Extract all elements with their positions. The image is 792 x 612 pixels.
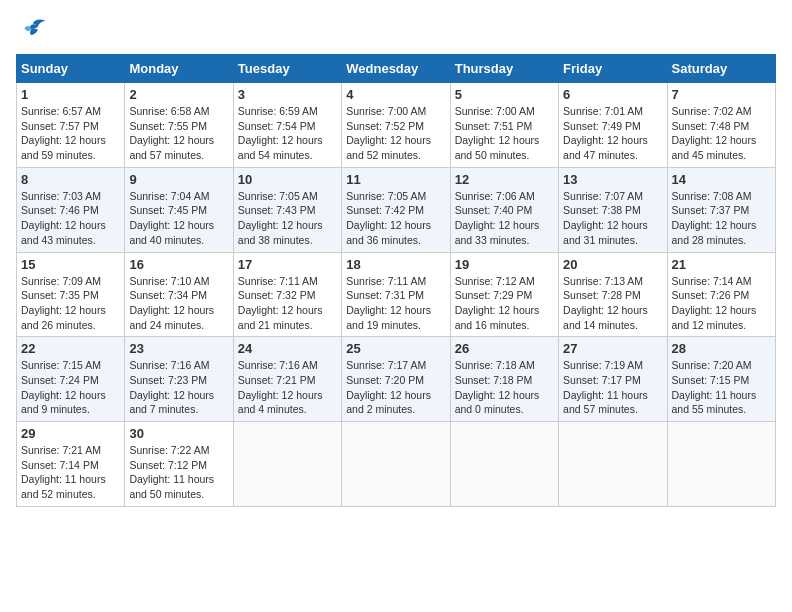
calendar-week-1: 1 Sunrise: 6:57 AMSunset: 7:57 PMDayligh… bbox=[17, 83, 776, 168]
day-number: 4 bbox=[346, 87, 445, 102]
day-info: Sunrise: 7:04 AMSunset: 7:45 PMDaylight:… bbox=[129, 189, 228, 248]
day-info: Sunrise: 7:14 AMSunset: 7:26 PMDaylight:… bbox=[672, 274, 771, 333]
weekday-header-thursday: Thursday bbox=[450, 55, 558, 83]
day-info: Sunrise: 7:11 AMSunset: 7:32 PMDaylight:… bbox=[238, 274, 337, 333]
weekday-header-wednesday: Wednesday bbox=[342, 55, 450, 83]
weekday-header-sunday: Sunday bbox=[17, 55, 125, 83]
day-number: 16 bbox=[129, 257, 228, 272]
day-number: 12 bbox=[455, 172, 554, 187]
day-number: 27 bbox=[563, 341, 662, 356]
calendar-cell: 18 Sunrise: 7:11 AMSunset: 7:31 PMDaylig… bbox=[342, 252, 450, 337]
day-number: 18 bbox=[346, 257, 445, 272]
calendar-cell: 14 Sunrise: 7:08 AMSunset: 7:37 PMDaylig… bbox=[667, 167, 775, 252]
day-number: 14 bbox=[672, 172, 771, 187]
day-info: Sunrise: 7:12 AMSunset: 7:29 PMDaylight:… bbox=[455, 274, 554, 333]
day-info: Sunrise: 7:20 AMSunset: 7:15 PMDaylight:… bbox=[672, 358, 771, 417]
calendar-week-3: 15 Sunrise: 7:09 AMSunset: 7:35 PMDaylig… bbox=[17, 252, 776, 337]
calendar-cell: 29 Sunrise: 7:21 AMSunset: 7:14 PMDaylig… bbox=[17, 422, 125, 507]
calendar-cell: 9 Sunrise: 7:04 AMSunset: 7:45 PMDayligh… bbox=[125, 167, 233, 252]
weekday-header-monday: Monday bbox=[125, 55, 233, 83]
calendar-cell: 6 Sunrise: 7:01 AMSunset: 7:49 PMDayligh… bbox=[559, 83, 667, 168]
calendar-cell bbox=[450, 422, 558, 507]
day-number: 7 bbox=[672, 87, 771, 102]
calendar-cell: 24 Sunrise: 7:16 AMSunset: 7:21 PMDaylig… bbox=[233, 337, 341, 422]
calendar-cell: 1 Sunrise: 6:57 AMSunset: 7:57 PMDayligh… bbox=[17, 83, 125, 168]
calendar-cell: 19 Sunrise: 7:12 AMSunset: 7:29 PMDaylig… bbox=[450, 252, 558, 337]
day-info: Sunrise: 7:13 AMSunset: 7:28 PMDaylight:… bbox=[563, 274, 662, 333]
day-number: 10 bbox=[238, 172, 337, 187]
day-info: Sunrise: 7:21 AMSunset: 7:14 PMDaylight:… bbox=[21, 443, 120, 502]
day-number: 3 bbox=[238, 87, 337, 102]
calendar-cell: 26 Sunrise: 7:18 AMSunset: 7:18 PMDaylig… bbox=[450, 337, 558, 422]
calendar-cell: 30 Sunrise: 7:22 AMSunset: 7:12 PMDaylig… bbox=[125, 422, 233, 507]
calendar-cell: 25 Sunrise: 7:17 AMSunset: 7:20 PMDaylig… bbox=[342, 337, 450, 422]
calendar-cell: 13 Sunrise: 7:07 AMSunset: 7:38 PMDaylig… bbox=[559, 167, 667, 252]
day-info: Sunrise: 7:05 AMSunset: 7:43 PMDaylight:… bbox=[238, 189, 337, 248]
day-info: Sunrise: 7:11 AMSunset: 7:31 PMDaylight:… bbox=[346, 274, 445, 333]
day-info: Sunrise: 7:18 AMSunset: 7:18 PMDaylight:… bbox=[455, 358, 554, 417]
calendar-cell: 17 Sunrise: 7:11 AMSunset: 7:32 PMDaylig… bbox=[233, 252, 341, 337]
day-info: Sunrise: 7:05 AMSunset: 7:42 PMDaylight:… bbox=[346, 189, 445, 248]
calendar-cell: 16 Sunrise: 7:10 AMSunset: 7:34 PMDaylig… bbox=[125, 252, 233, 337]
day-number: 19 bbox=[455, 257, 554, 272]
day-number: 30 bbox=[129, 426, 228, 441]
day-info: Sunrise: 7:00 AMSunset: 7:52 PMDaylight:… bbox=[346, 104, 445, 163]
calendar-cell: 20 Sunrise: 7:13 AMSunset: 7:28 PMDaylig… bbox=[559, 252, 667, 337]
calendar-cell: 15 Sunrise: 7:09 AMSunset: 7:35 PMDaylig… bbox=[17, 252, 125, 337]
calendar-cell: 10 Sunrise: 7:05 AMSunset: 7:43 PMDaylig… bbox=[233, 167, 341, 252]
day-info: Sunrise: 7:16 AMSunset: 7:21 PMDaylight:… bbox=[238, 358, 337, 417]
calendar-cell: 8 Sunrise: 7:03 AMSunset: 7:46 PMDayligh… bbox=[17, 167, 125, 252]
calendar-cell: 21 Sunrise: 7:14 AMSunset: 7:26 PMDaylig… bbox=[667, 252, 775, 337]
weekday-header-tuesday: Tuesday bbox=[233, 55, 341, 83]
day-number: 29 bbox=[21, 426, 120, 441]
day-number: 13 bbox=[563, 172, 662, 187]
day-info: Sunrise: 7:06 AMSunset: 7:40 PMDaylight:… bbox=[455, 189, 554, 248]
day-number: 15 bbox=[21, 257, 120, 272]
day-number: 22 bbox=[21, 341, 120, 356]
day-number: 21 bbox=[672, 257, 771, 272]
day-info: Sunrise: 7:09 AMSunset: 7:35 PMDaylight:… bbox=[21, 274, 120, 333]
logo-bird-icon bbox=[16, 16, 48, 44]
calendar-cell: 11 Sunrise: 7:05 AMSunset: 7:42 PMDaylig… bbox=[342, 167, 450, 252]
calendar-cell bbox=[342, 422, 450, 507]
page-header bbox=[16, 16, 776, 44]
weekday-header-friday: Friday bbox=[559, 55, 667, 83]
day-info: Sunrise: 7:01 AMSunset: 7:49 PMDaylight:… bbox=[563, 104, 662, 163]
day-number: 11 bbox=[346, 172, 445, 187]
day-number: 9 bbox=[129, 172, 228, 187]
day-info: Sunrise: 7:19 AMSunset: 7:17 PMDaylight:… bbox=[563, 358, 662, 417]
day-number: 5 bbox=[455, 87, 554, 102]
calendar-table: SundayMondayTuesdayWednesdayThursdayFrid… bbox=[16, 54, 776, 507]
day-info: Sunrise: 7:10 AMSunset: 7:34 PMDaylight:… bbox=[129, 274, 228, 333]
day-number: 28 bbox=[672, 341, 771, 356]
calendar-week-5: 29 Sunrise: 7:21 AMSunset: 7:14 PMDaylig… bbox=[17, 422, 776, 507]
day-number: 25 bbox=[346, 341, 445, 356]
calendar-week-4: 22 Sunrise: 7:15 AMSunset: 7:24 PMDaylig… bbox=[17, 337, 776, 422]
day-number: 23 bbox=[129, 341, 228, 356]
calendar-cell: 5 Sunrise: 7:00 AMSunset: 7:51 PMDayligh… bbox=[450, 83, 558, 168]
day-info: Sunrise: 7:22 AMSunset: 7:12 PMDaylight:… bbox=[129, 443, 228, 502]
day-number: 2 bbox=[129, 87, 228, 102]
weekday-header-saturday: Saturday bbox=[667, 55, 775, 83]
calendar-cell bbox=[233, 422, 341, 507]
day-info: Sunrise: 7:02 AMSunset: 7:48 PMDaylight:… bbox=[672, 104, 771, 163]
day-info: Sunrise: 6:57 AMSunset: 7:57 PMDaylight:… bbox=[21, 104, 120, 163]
calendar-cell bbox=[559, 422, 667, 507]
calendar-cell: 23 Sunrise: 7:16 AMSunset: 7:23 PMDaylig… bbox=[125, 337, 233, 422]
day-info: Sunrise: 7:07 AMSunset: 7:38 PMDaylight:… bbox=[563, 189, 662, 248]
day-number: 26 bbox=[455, 341, 554, 356]
calendar-cell: 12 Sunrise: 7:06 AMSunset: 7:40 PMDaylig… bbox=[450, 167, 558, 252]
calendar-cell: 27 Sunrise: 7:19 AMSunset: 7:17 PMDaylig… bbox=[559, 337, 667, 422]
calendar-cell: 2 Sunrise: 6:58 AMSunset: 7:55 PMDayligh… bbox=[125, 83, 233, 168]
day-number: 6 bbox=[563, 87, 662, 102]
day-number: 8 bbox=[21, 172, 120, 187]
day-info: Sunrise: 7:17 AMSunset: 7:20 PMDaylight:… bbox=[346, 358, 445, 417]
day-info: Sunrise: 7:16 AMSunset: 7:23 PMDaylight:… bbox=[129, 358, 228, 417]
calendar-cell: 28 Sunrise: 7:20 AMSunset: 7:15 PMDaylig… bbox=[667, 337, 775, 422]
day-info: Sunrise: 6:58 AMSunset: 7:55 PMDaylight:… bbox=[129, 104, 228, 163]
calendar-cell: 7 Sunrise: 7:02 AMSunset: 7:48 PMDayligh… bbox=[667, 83, 775, 168]
day-info: Sunrise: 7:15 AMSunset: 7:24 PMDaylight:… bbox=[21, 358, 120, 417]
day-info: Sunrise: 7:03 AMSunset: 7:46 PMDaylight:… bbox=[21, 189, 120, 248]
day-number: 20 bbox=[563, 257, 662, 272]
day-number: 24 bbox=[238, 341, 337, 356]
